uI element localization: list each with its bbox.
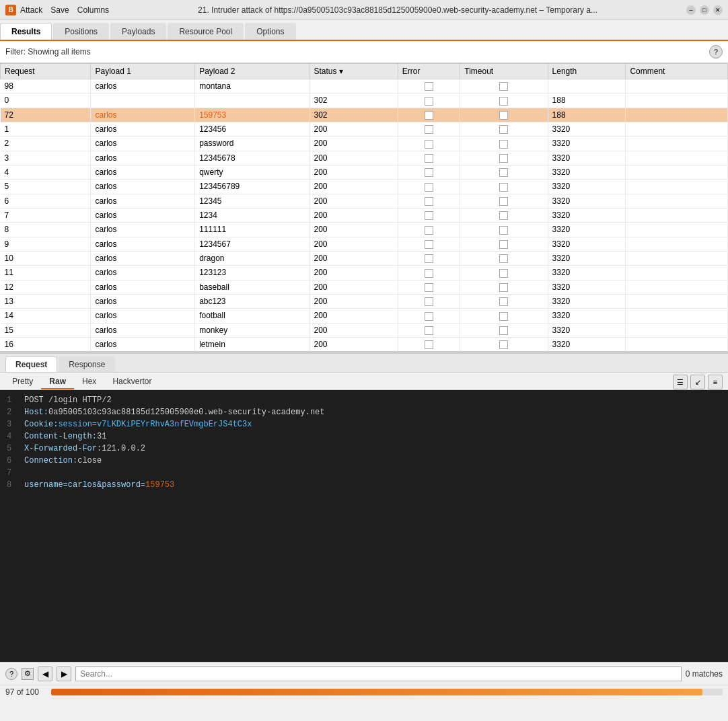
table-row[interactable]: 14 carlos football 200 3320: [1, 309, 728, 323]
tab-request[interactable]: Request: [5, 356, 57, 372]
table-row[interactable]: 6 carlos 12345 200 3320: [1, 194, 728, 208]
filter-help-button[interactable]: ?: [709, 45, 723, 59]
search-input[interactable]: [75, 667, 682, 681]
nav-forward-button[interactable]: ▶: [57, 667, 71, 681]
cell-timeout: [460, 194, 548, 208]
cell-payload1: carlos: [91, 323, 195, 337]
view-hackvertor[interactable]: Hackvertor: [104, 375, 159, 389]
cell-length: 3320: [548, 194, 626, 208]
menu-columns[interactable]: Columns: [77, 5, 109, 15]
tab-positions[interactable]: Positions: [53, 23, 109, 40]
cell-comment: [626, 93, 728, 108]
close-button[interactable]: ✕: [713, 5, 723, 15]
cell-timeout: [460, 337, 548, 351]
statusbar-settings-button[interactable]: ⚙: [22, 668, 34, 680]
cell-payload1: carlos: [91, 194, 195, 208]
table-row[interactable]: 3 carlos 12345678 200 3320: [1, 151, 728, 165]
table-header-row: Request Payload 1 Payload 2 Status ▾ Err…: [1, 64, 728, 79]
cell-length: 3320: [548, 208, 626, 222]
table-row[interactable]: 8 carlos 111111 200 3320: [1, 223, 728, 237]
cell-length: 3320: [548, 122, 626, 136]
cell-payload1: carlos: [91, 294, 195, 308]
nav-back-button[interactable]: ◀: [38, 667, 52, 681]
cell-status: 200: [310, 165, 398, 179]
view-pretty[interactable]: Pretty: [4, 375, 41, 389]
table-row[interactable]: 16 carlos letmein 200 3320: [1, 337, 728, 351]
cell-request: 11: [1, 266, 91, 280]
col-comment[interactable]: Comment: [626, 64, 728, 79]
menu-attack[interactable]: Attack: [20, 5, 42, 15]
cell-request: 10: [1, 251, 91, 265]
cell-payload2: 111111: [195, 223, 310, 237]
tab-payloads[interactable]: Payloads: [110, 23, 166, 40]
table-row[interactable]: 13 carlos abc123 200 3320: [1, 294, 728, 308]
table-row[interactable]: 1 carlos 123456 200 3320: [1, 122, 728, 136]
cell-timeout: [460, 122, 548, 136]
action-list-icon[interactable]: ☰: [673, 375, 688, 389]
cell-length: 3320: [548, 323, 626, 337]
table-row[interactable]: 12 carlos baseball 200 3320: [1, 280, 728, 294]
action-in-icon[interactable]: ↙: [690, 375, 705, 389]
table-row[interactable]: 10 carlos dragon 200 3320: [1, 251, 728, 265]
table-row[interactable]: 2 carlos password 200 3320: [1, 137, 728, 151]
col-status[interactable]: Status ▾: [310, 64, 398, 79]
col-payload2[interactable]: Payload 2: [195, 64, 310, 79]
cell-comment: [626, 79, 728, 93]
cell-payload1: carlos: [91, 180, 195, 194]
col-length[interactable]: Length: [548, 64, 626, 79]
cell-request: 9: [1, 237, 91, 251]
cell-error: [398, 108, 460, 122]
cell-status: 200: [310, 137, 398, 151]
cell-comment: [626, 165, 728, 179]
cell-payload1: carlos: [91, 251, 195, 265]
cell-error: [398, 194, 460, 208]
tab-options[interactable]: Options: [245, 23, 295, 40]
cell-payload1: carlos: [91, 137, 195, 151]
table-row[interactable]: 72 carlos 159753 302 188: [1, 108, 728, 122]
maximize-button[interactable]: □: [700, 5, 709, 15]
statusbar-help-button[interactable]: ?: [5, 668, 17, 680]
table-row[interactable]: 7 carlos 1234 200 3320: [1, 208, 728, 222]
cell-timeout: [460, 151, 548, 165]
cell-status: 302: [310, 108, 398, 122]
cell-length: 3320: [548, 180, 626, 194]
statusbar: ? ⚙ ◀ ▶ 0 matches: [0, 662, 728, 685]
cell-length: 3320: [548, 266, 626, 280]
col-error[interactable]: Error: [398, 64, 460, 79]
cell-payload2: 123456: [195, 122, 310, 136]
table-row[interactable]: 5 carlos 123456789 200 3320: [1, 180, 728, 194]
cell-length: 3320: [548, 151, 626, 165]
table-row[interactable]: 9 carlos 1234567 200 3320: [1, 237, 728, 251]
cell-error: [398, 280, 460, 294]
minimize-button[interactable]: –: [686, 5, 696, 15]
cell-payload1: carlos: [91, 122, 195, 136]
col-payload1[interactable]: Payload 1: [91, 64, 195, 79]
table-row[interactable]: 98 carlos montana: [1, 79, 728, 93]
matches-count: 0 matches: [686, 669, 723, 679]
col-request[interactable]: Request: [1, 64, 91, 79]
cell-payload2: 1234: [195, 208, 310, 222]
col-timeout[interactable]: Timeout: [460, 64, 548, 79]
table-row[interactable]: 11 carlos 123123 200 3320: [1, 266, 728, 280]
cell-timeout: [460, 266, 548, 280]
code-line: 1POST /login HTTP/2: [7, 394, 721, 406]
table-row[interactable]: 15 carlos monkey 200 3320: [1, 323, 728, 337]
table-row[interactable]: 4 carlos qwerty 200 3320: [1, 165, 728, 179]
menu-save[interactable]: Save: [50, 5, 69, 15]
cell-status: 200: [310, 266, 398, 280]
tab-results[interactable]: Results: [0, 23, 52, 40]
table-row[interactable]: 0 302 188: [1, 93, 728, 108]
results-table: Request Payload 1 Payload 2 Status ▾ Err…: [0, 63, 728, 352]
window-title: 21. Intruder attack of https://0a9500510…: [109, 5, 686, 15]
cell-comment: [626, 151, 728, 165]
view-actions: ☰ ↙ ≡: [673, 375, 728, 389]
action-wrap-icon[interactable]: ≡: [708, 375, 723, 389]
cell-request: 4: [1, 165, 91, 179]
cell-length: 3320: [548, 280, 626, 294]
view-raw[interactable]: Raw: [41, 375, 74, 389]
view-hex[interactable]: Hex: [74, 375, 104, 389]
cell-status: 200: [310, 122, 398, 136]
code-line: 7: [7, 467, 721, 479]
tab-response[interactable]: Response: [59, 356, 115, 372]
tab-resource-pool[interactable]: Resource Pool: [168, 23, 244, 40]
